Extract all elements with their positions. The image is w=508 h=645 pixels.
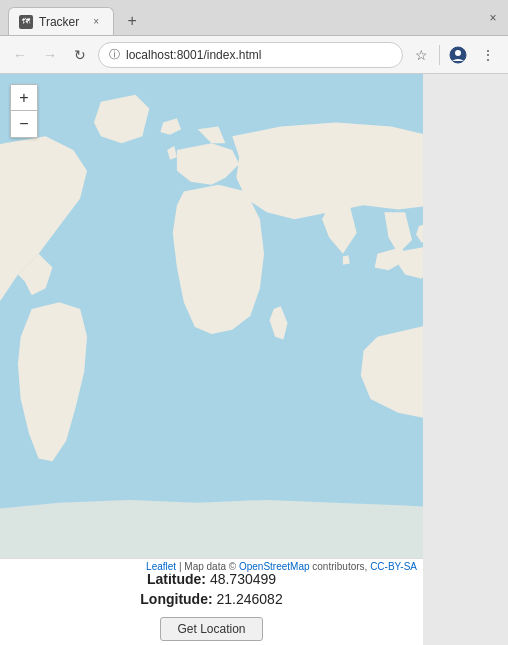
map-svg (0, 74, 423, 558)
zoom-out-button[interactable]: − (11, 111, 37, 137)
toolbar: ← → ↻ ⓘ localhost:8001/index.html ☆ ⋮ (0, 36, 508, 74)
page-content: + − (0, 74, 423, 645)
reload-button[interactable]: ↻ (68, 43, 92, 67)
contributors-text: contributors, (310, 561, 371, 572)
tab-close-button[interactable]: × (89, 15, 103, 29)
toolbar-divider (439, 45, 440, 65)
forward-button[interactable]: → (38, 43, 62, 67)
active-tab[interactable]: 🗺 Tracker × (8, 7, 114, 35)
bookmark-star-icon[interactable]: ☆ (409, 43, 433, 67)
svg-point-1 (455, 50, 461, 56)
address-text: localhost:8001/index.html (126, 48, 261, 62)
new-tab-button[interactable]: + (118, 7, 146, 35)
window-close-button[interactable]: × (486, 11, 500, 25)
browser-window: 🗺 Tracker × + × ← → ↻ ⓘ localhost:8001/i… (0, 0, 508, 645)
lock-icon: ⓘ (109, 47, 120, 62)
address-bar[interactable]: ⓘ localhost:8001/index.html (98, 42, 403, 68)
back-button[interactable]: ← (8, 43, 32, 67)
menu-icon[interactable]: ⋮ (476, 43, 500, 67)
map-attribution: Leaflet | Map data © OpenStreetMap contr… (0, 558, 423, 574)
window-controls: × (486, 11, 500, 25)
map-controls: + − (10, 84, 38, 138)
title-bar: 🗺 Tracker × + × (0, 0, 508, 36)
tab-area: 🗺 Tracker × + (8, 0, 482, 35)
longitude-value: 21.246082 (217, 591, 283, 607)
zoom-in-button[interactable]: + (11, 85, 37, 111)
right-panel (423, 74, 508, 645)
map-data-text: | Map data © (176, 561, 239, 572)
tab-title: Tracker (39, 15, 79, 29)
longitude-line: Longitude: 21.246082 (140, 591, 282, 607)
osm-link[interactable]: OpenStreetMap (239, 561, 310, 572)
longitude-label: Longitude: (140, 591, 212, 607)
get-location-button[interactable]: Get Location (160, 617, 262, 641)
map-container[interactable]: + − (0, 74, 423, 558)
leaflet-link[interactable]: Leaflet (146, 561, 176, 572)
profile-icon[interactable] (446, 43, 470, 67)
tab-favicon: 🗺 (19, 15, 33, 29)
license-link[interactable]: CC-BY-SA (370, 561, 417, 572)
